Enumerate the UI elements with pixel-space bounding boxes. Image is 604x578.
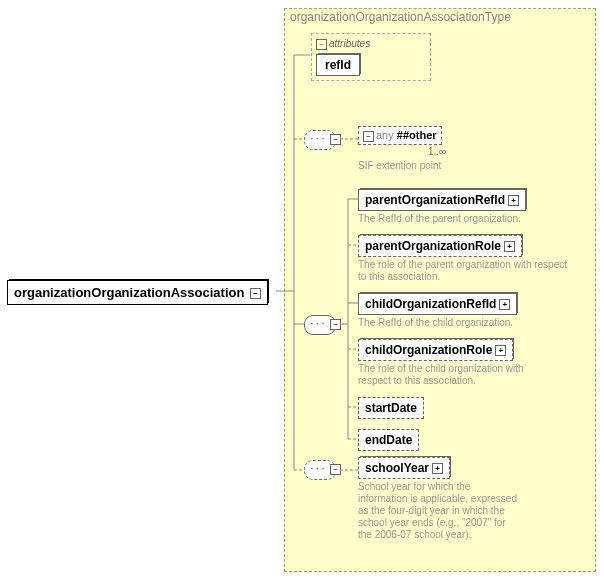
desc-parent-org-role: The role of the parent organization with… — [358, 259, 578, 283]
minus-icon[interactable]: − — [250, 288, 261, 299]
desc-child-org-role: The role of the child organization with … — [358, 363, 558, 387]
plus-icon[interactable]: + — [508, 195, 519, 206]
desc-child-org-refid: The RefId of the child organization. — [358, 317, 578, 329]
plus-icon[interactable]: + — [495, 345, 506, 356]
minus-icon: − — [316, 39, 327, 50]
desc-parent-org-refid: The RefId of the parent organization. — [358, 213, 578, 225]
attributes-box: −attributes refId — [311, 33, 431, 81]
minus-icon: − — [330, 319, 341, 330]
sequence-connector-schoolyear[interactable]: − — [304, 460, 336, 480]
root-element[interactable]: organizationOrganizationAssociation − — [7, 280, 268, 305]
elem-child-org-refid[interactable]: childOrganizationRefId+ — [358, 293, 517, 315]
elem-school-year[interactable]: schoolYear+ — [358, 457, 450, 479]
desc-school-year: School year for which the information is… — [358, 481, 518, 541]
any-other: ##other — [397, 129, 437, 141]
type-label: organizationOrganizationAssociationType — [290, 10, 511, 24]
any-cardinality: 1..∞ — [428, 146, 446, 157]
any-label: any — [376, 129, 394, 141]
any-element[interactable]: −any ##other — [358, 126, 442, 145]
any-desc: SIF extention point — [358, 160, 508, 172]
plus-icon[interactable]: + — [504, 241, 515, 252]
plus-icon[interactable]: + — [499, 299, 510, 310]
elem-parent-org-refid[interactable]: parentOrganizationRefId+ — [358, 189, 526, 211]
elem-parent-org-role[interactable]: parentOrganizationRole+ — [358, 235, 522, 257]
sequence-connector-main[interactable]: − — [304, 315, 336, 335]
elem-end-date[interactable]: endDate — [358, 429, 419, 451]
elem-child-org-role[interactable]: childOrganizationRole+ — [358, 339, 513, 361]
minus-icon: − — [363, 131, 374, 142]
minus-icon: − — [330, 134, 341, 145]
root-element-label: organizationOrganizationAssociation — [14, 285, 244, 300]
sequence-connector-any[interactable]: − — [304, 130, 336, 150]
attributes-label: −attributes — [316, 38, 426, 50]
plus-icon[interactable]: + — [432, 463, 443, 474]
minus-icon: − — [330, 464, 341, 475]
elem-start-date[interactable]: startDate — [358, 397, 424, 419]
attr-refid[interactable]: refId — [316, 54, 360, 76]
